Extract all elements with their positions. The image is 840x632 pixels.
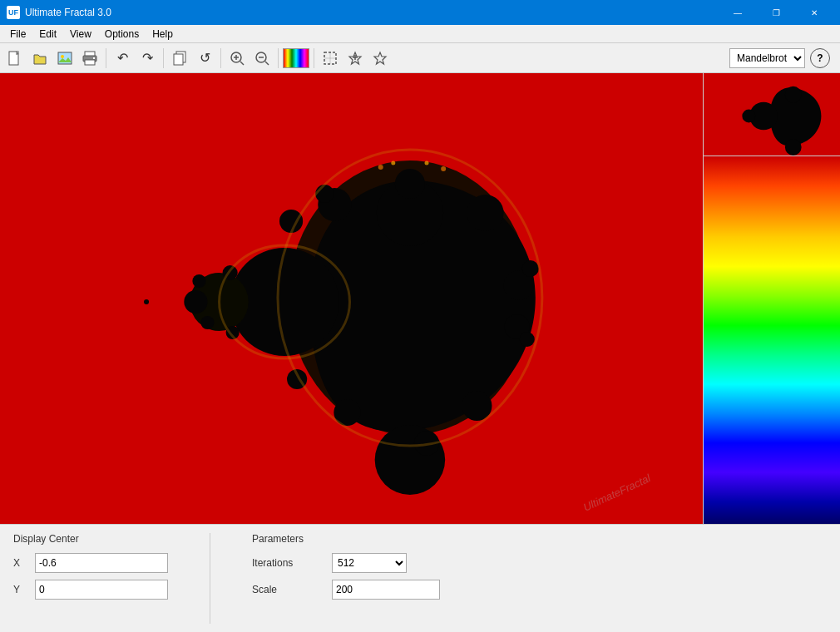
svg-point-44 <box>200 316 214 329</box>
scale-input[interactable] <box>332 580 440 600</box>
display-center-title: Display Center <box>13 533 168 545</box>
menubar: File Edit View Options Help <box>0 25 840 43</box>
copy-button[interactable] <box>168 47 191 70</box>
redo-button[interactable]: ↷ <box>136 47 159 70</box>
scale-row: Scale <box>252 580 440 600</box>
fractal-canvas-area[interactable]: UltimateFractal <box>0 73 703 524</box>
menu-view[interactable]: View <box>63 27 98 42</box>
section-divider <box>210 533 210 624</box>
titlebar-left: UF Ultimate Fractal 3.0 <box>7 6 111 19</box>
scale-label: Scale <box>252 584 327 595</box>
fractal-type-dropdown[interactable]: Mandelbrot <box>729 48 805 68</box>
svg-rect-6 <box>93 57 95 59</box>
separator-3 <box>220 48 221 68</box>
add-favorite-icon <box>348 51 363 66</box>
svg-point-27 <box>184 290 207 314</box>
color-preview[interactable] <box>283 48 309 68</box>
print-icon <box>82 51 97 66</box>
separator-5 <box>314 48 314 68</box>
y-param-row: Y <box>13 580 168 600</box>
x-param-row: X <box>13 553 168 573</box>
new-button[interactable] <box>3 47 27 70</box>
select-region-icon <box>323 51 338 66</box>
favorites-button[interactable] <box>368 47 392 70</box>
svg-rect-8 <box>174 54 183 65</box>
svg-point-39 <box>279 210 303 233</box>
copy-icon <box>172 51 187 66</box>
parameters-section: Parameters Iterations 64 128 256 512 102… <box>252 533 440 624</box>
zoom-in-icon <box>230 51 245 66</box>
svg-point-31 <box>467 195 503 231</box>
x-input[interactable] <box>35 553 168 573</box>
help-button[interactable]: ? <box>810 48 830 68</box>
svg-point-50 <box>378 165 383 170</box>
svg-point-57 <box>785 139 802 156</box>
svg-point-29 <box>395 169 425 199</box>
image-icon <box>57 51 72 66</box>
minimize-button[interactable]: — <box>719 0 757 25</box>
menu-options[interactable]: Options <box>98 27 146 42</box>
svg-point-42 <box>520 332 535 347</box>
y-label: Y <box>13 584 30 595</box>
fractal-display <box>0 73 703 524</box>
open-button[interactable] <box>28 47 52 70</box>
thumbnail-preview[interactable] <box>704 73 840 156</box>
select-region-button[interactable] <box>319 47 342 70</box>
iterations-dropdown[interactable]: 64 128 256 512 1024 2048 <box>332 553 407 573</box>
print-button[interactable] <box>78 47 101 70</box>
separator-4 <box>278 48 279 68</box>
fractal-selector: Mandelbrot ? <box>729 48 837 68</box>
svg-point-2 <box>61 55 64 58</box>
new-icon <box>7 51 22 66</box>
svg-point-52 <box>425 161 429 165</box>
svg-point-49 <box>144 299 149 304</box>
zoom-out-button[interactable] <box>250 47 274 70</box>
svg-point-53 <box>441 166 446 171</box>
titlebar-controls: — ❐ ✕ <box>719 0 833 25</box>
color-gradient-bar[interactable] <box>704 156 840 524</box>
svg-marker-22 <box>374 52 386 64</box>
menu-file[interactable]: File <box>3 27 32 42</box>
iterations-label: Iterations <box>252 557 327 569</box>
menu-edit[interactable]: Edit <box>32 27 63 42</box>
image-button[interactable] <box>53 47 77 70</box>
svg-point-41 <box>522 260 539 277</box>
svg-point-51 <box>391 161 395 165</box>
toolbar: ↶ ↷ ↺ <box>0 43 840 73</box>
svg-point-43 <box>192 274 205 288</box>
menu-help[interactable]: Help <box>146 27 180 42</box>
zoom-in-button[interactable] <box>225 47 249 70</box>
main-area: UltimateFractal <box>0 73 840 524</box>
x-label: X <box>13 557 30 569</box>
parameters-title: Parameters <box>252 533 440 545</box>
favorites-icon <box>373 51 388 66</box>
y-input[interactable] <box>35 580 168 600</box>
bottom-panel: Display Center X Y Parameters Iterations… <box>0 524 840 632</box>
titlebar: UF Ultimate Fractal 3.0 — ❐ ✕ <box>0 0 840 25</box>
undo-button[interactable]: ↶ <box>111 47 134 70</box>
refresh-button[interactable]: ↺ <box>193 47 216 70</box>
app-icon: UF <box>7 6 20 19</box>
right-panel <box>703 73 840 524</box>
restore-button[interactable]: ❐ <box>757 0 795 25</box>
svg-point-56 <box>785 86 802 103</box>
svg-point-58 <box>742 110 755 123</box>
separator-2 <box>163 48 164 68</box>
open-icon <box>32 51 47 66</box>
svg-rect-5 <box>85 60 95 65</box>
zoom-out-icon <box>254 51 269 66</box>
display-center-section: Display Center X Y <box>13 533 168 624</box>
svg-line-15 <box>265 62 269 65</box>
add-favorite-button[interactable] <box>343 47 367 70</box>
app-title: Ultimate Fractal 3.0 <box>25 7 111 18</box>
svg-point-40 <box>315 185 334 203</box>
separator-1 <box>106 48 106 68</box>
thumbnail-svg <box>704 73 840 156</box>
close-button[interactable]: ✕ <box>795 0 833 25</box>
svg-line-12 <box>240 62 244 65</box>
iterations-row: Iterations 64 128 256 512 1024 2048 <box>252 553 440 573</box>
